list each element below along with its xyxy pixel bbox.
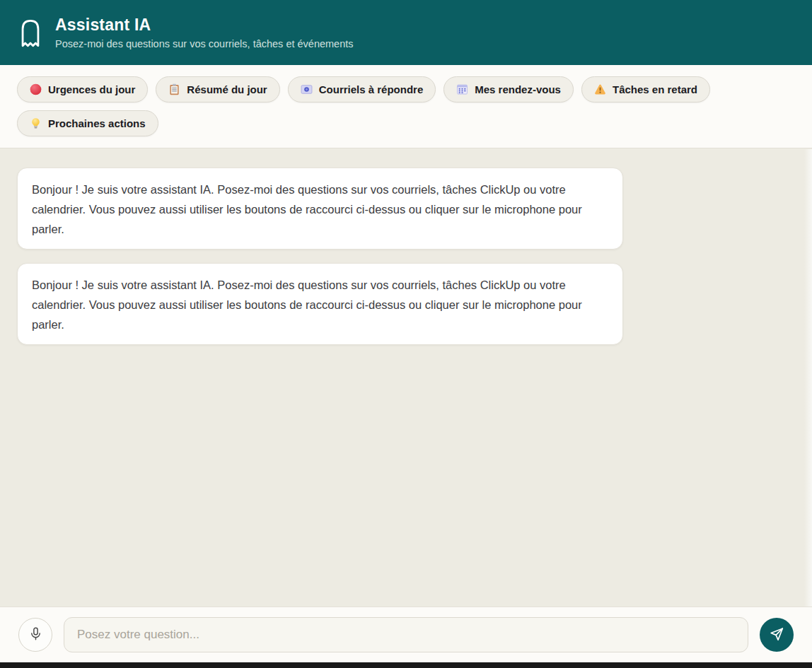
composer-bar — [0, 607, 812, 662]
chip-mes-rendez-vous[interactable]: Mes rendez-vous — [443, 76, 574, 102]
chip-courriels-a-repondre[interactable]: Courriels à répondre — [288, 76, 436, 102]
lightbulb-icon — [30, 117, 42, 129]
assistant-app: Assistant IA Posez-moi des questions sur… — [0, 0, 812, 668]
assistant-message-card: Bonjour ! Je suis votre assistant IA. Po… — [17, 168, 623, 250]
bottom-edge-bar — [0, 662, 812, 668]
page-title: Assistant IA — [55, 16, 354, 35]
email-icon — [301, 83, 313, 95]
chip-label: Résumé du jour — [187, 83, 267, 95]
chip-label: Courriels à répondre — [319, 83, 424, 95]
quick-actions-bar: Urgences du jour Résumé du jour — [0, 65, 812, 148]
assistant-message-card: Bonjour ! Je suis votre assistant IA. Po… — [17, 263, 623, 345]
chip-label: Urgences du jour — [48, 83, 135, 95]
chip-label: Prochaines actions — [48, 117, 146, 129]
assistant-message-text: Bonjour ! Je suis votre assistant IA. Po… — [32, 180, 608, 239]
chip-label: Mes rendez-vous — [475, 83, 561, 95]
header: Assistant IA Posez-moi des questions sur… — [0, 0, 812, 65]
chip-taches-en-retard[interactable]: Tâches en retard — [581, 76, 710, 102]
chip-label: Tâches en retard — [613, 83, 697, 95]
warning-icon — [594, 83, 606, 95]
send-icon — [769, 626, 784, 644]
calendar-icon — [456, 83, 468, 95]
header-text: Assistant IA Posez-moi des questions sur… — [55, 16, 354, 49]
question-input[interactable] — [64, 617, 748, 652]
send-button[interactable] — [760, 618, 794, 652]
clipboard-icon — [168, 83, 180, 95]
chat-area: Bonjour ! Je suis votre assistant IA. Po… — [0, 149, 812, 607]
microphone-icon — [28, 626, 43, 643]
microphone-button[interactable] — [18, 618, 52, 652]
chip-urgences-du-jour[interactable]: Urgences du jour — [17, 76, 148, 102]
chip-resume-du-jour[interactable]: Résumé du jour — [156, 76, 279, 102]
ghost-icon — [18, 18, 42, 47]
red-circle-icon — [30, 83, 42, 95]
assistant-message-text: Bonjour ! Je suis votre assistant IA. Po… — [32, 275, 608, 334]
chip-prochaines-actions[interactable]: Prochaines actions — [17, 110, 158, 136]
page-subtitle: Posez-moi des questions sur vos courriel… — [55, 38, 354, 49]
chat-scrollbar-track[interactable] — [804, 149, 812, 607]
